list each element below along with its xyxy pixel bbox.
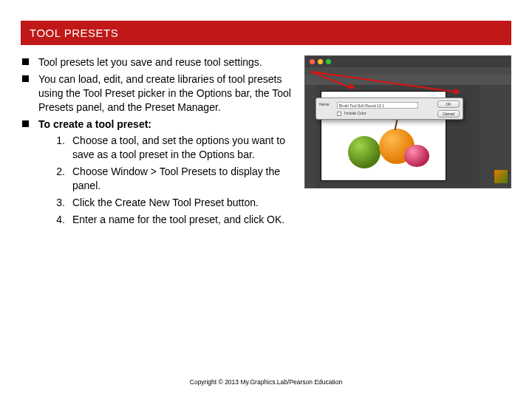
step-text: Click the Create New Tool Preset button. xyxy=(72,196,259,210)
slide-title: TOOL PRESETS xyxy=(30,27,118,39)
new-tool-preset-dialog: Name: Brush Tool Soft Round 13 1 Include… xyxy=(316,98,463,120)
bullet-text: Tool presets let you save and reuse tool… xyxy=(38,56,262,68)
options-bar xyxy=(305,75,511,85)
close-icon xyxy=(310,59,315,64)
arrow-head-icon xyxy=(349,83,356,91)
step-text: Choose Window > Tool Presets to display … xyxy=(72,165,291,193)
step-number: 1. xyxy=(53,134,65,162)
include-color-label: Include Color xyxy=(344,111,366,115)
window-traffic-lights xyxy=(310,59,331,64)
zoom-icon xyxy=(326,59,331,64)
text-column: Tool presets let you save and reuse tool… xyxy=(21,55,291,230)
step-text: Choose a tool, and set the options you w… xyxy=(72,134,291,162)
list-item: 3.Click the Create New Tool Preset butto… xyxy=(38,196,291,210)
bullet-item: Tool presets let you save and reuse tool… xyxy=(21,55,291,69)
menu-bar xyxy=(305,67,511,75)
bullet-text: You can load, edit, and create libraries… xyxy=(38,73,291,113)
arrow-head-icon xyxy=(454,88,460,95)
minimize-icon xyxy=(318,59,323,64)
cancel-button[interactable]: Cancel xyxy=(437,110,460,117)
step-number: 2. xyxy=(53,165,65,193)
bullet-item: To create a tool preset: 1.Choose a tool… xyxy=(21,117,291,227)
image-column: Name: Brush Tool Soft Round 13 1 Include… xyxy=(304,55,511,230)
right-panels xyxy=(480,85,511,188)
bullet-item: You can load, edit, and create libraries… xyxy=(21,72,291,115)
step-text: Enter a name for the tool preset, and cl… xyxy=(72,213,284,227)
ok-button[interactable]: OK xyxy=(437,100,460,108)
fruit-graphic xyxy=(348,136,381,168)
copyright-text: Copyright © 2013 My.Graphics.Lab/Pearson… xyxy=(190,378,342,386)
slide: TOOL PRESETS Tool presets let you save a… xyxy=(0,0,532,399)
name-field[interactable]: Brush Tool Soft Round 13 1 xyxy=(337,102,418,109)
content-row: Tool presets let you save and reuse tool… xyxy=(21,55,511,230)
numbered-list: 1.Choose a tool, and set the options you… xyxy=(38,134,291,226)
list-item: 1.Choose a tool, and set the options you… xyxy=(38,134,291,162)
list-item: 2.Choose Window > Tool Presets to displa… xyxy=(38,165,291,193)
photoshop-screenshot: Name: Brush Tool Soft Round 13 1 Include… xyxy=(304,55,511,188)
fruit-graphic xyxy=(404,145,429,167)
step-number: 4. xyxy=(53,213,65,227)
list-item: 4.Enter a name for the tool preset, and … xyxy=(38,213,291,227)
step-number: 3. xyxy=(53,196,65,210)
name-label: Name: xyxy=(319,102,330,106)
include-color-checkbox[interactable] xyxy=(337,112,341,116)
thumbnail xyxy=(494,170,508,183)
copyright-footer: Copyright © 2013 My.Graphics.Lab/Pearson… xyxy=(0,378,532,386)
bullet-list: Tool presets let you save and reuse tool… xyxy=(21,55,291,227)
title-bar: TOOL PRESETS xyxy=(21,21,511,45)
bullet-text: To create a tool preset: xyxy=(38,118,151,130)
